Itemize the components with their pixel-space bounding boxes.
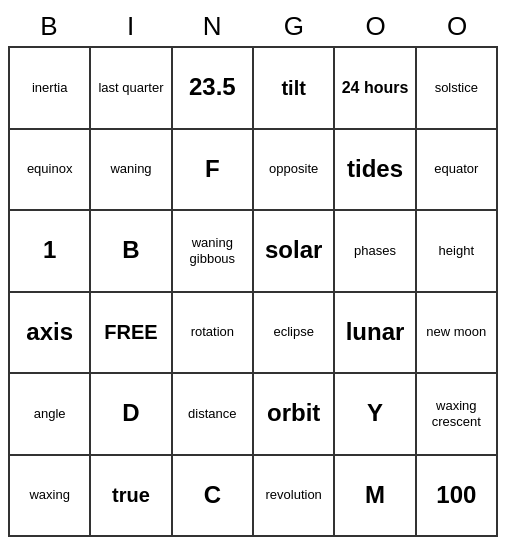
header-letter-1: I bbox=[90, 7, 172, 46]
cell-r4-c2: distance bbox=[173, 374, 254, 456]
cell-r5-c1: true bbox=[91, 456, 172, 538]
cell-r2-c2: waning gibbous bbox=[173, 211, 254, 293]
cell-r5-c0: waxing bbox=[10, 456, 91, 538]
cell-r1-c5: equator bbox=[417, 130, 498, 212]
header-letter-5: O bbox=[416, 7, 498, 46]
cell-r2-c0: 1 bbox=[10, 211, 91, 293]
cell-r1-c0: equinox bbox=[10, 130, 91, 212]
bingo-header: BINGOO bbox=[8, 7, 498, 46]
cell-r3-c3: eclipse bbox=[254, 293, 335, 375]
cell-r3-c1: FREE bbox=[91, 293, 172, 375]
bingo-card: BINGOO inertialast quarter23.5tilt24 hou… bbox=[8, 7, 498, 537]
cell-r1-c3: opposite bbox=[254, 130, 335, 212]
bingo-grid: inertialast quarter23.5tilt24 hourssolst… bbox=[8, 46, 498, 537]
cell-r2-c4: phases bbox=[335, 211, 416, 293]
cell-r0-c1: last quarter bbox=[91, 48, 172, 130]
cell-r4-c3: orbit bbox=[254, 374, 335, 456]
cell-r4-c5: waxing crescent bbox=[417, 374, 498, 456]
cell-r3-c2: rotation bbox=[173, 293, 254, 375]
cell-r3-c4: lunar bbox=[335, 293, 416, 375]
cell-r0-c0: inertia bbox=[10, 48, 91, 130]
cell-r1-c2: F bbox=[173, 130, 254, 212]
cell-r0-c5: solstice bbox=[417, 48, 498, 130]
cell-r5-c4: M bbox=[335, 456, 416, 538]
header-letter-2: N bbox=[171, 7, 253, 46]
cell-r1-c1: waning bbox=[91, 130, 172, 212]
cell-r5-c2: C bbox=[173, 456, 254, 538]
cell-r3-c5: new moon bbox=[417, 293, 498, 375]
cell-r4-c4: Y bbox=[335, 374, 416, 456]
cell-r2-c3: solar bbox=[254, 211, 335, 293]
cell-r4-c0: angle bbox=[10, 374, 91, 456]
cell-r2-c1: B bbox=[91, 211, 172, 293]
cell-r1-c4: tides bbox=[335, 130, 416, 212]
cell-r2-c5: height bbox=[417, 211, 498, 293]
cell-r0-c3: tilt bbox=[254, 48, 335, 130]
header-letter-4: O bbox=[335, 7, 417, 46]
header-letter-0: B bbox=[8, 7, 90, 46]
cell-r0-c2: 23.5 bbox=[173, 48, 254, 130]
cell-r5-c3: revolution bbox=[254, 456, 335, 538]
cell-r5-c5: 100 bbox=[417, 456, 498, 538]
header-letter-3: G bbox=[253, 7, 335, 46]
cell-r3-c0: axis bbox=[10, 293, 91, 375]
cell-r4-c1: D bbox=[91, 374, 172, 456]
cell-r0-c4: 24 hours bbox=[335, 48, 416, 130]
